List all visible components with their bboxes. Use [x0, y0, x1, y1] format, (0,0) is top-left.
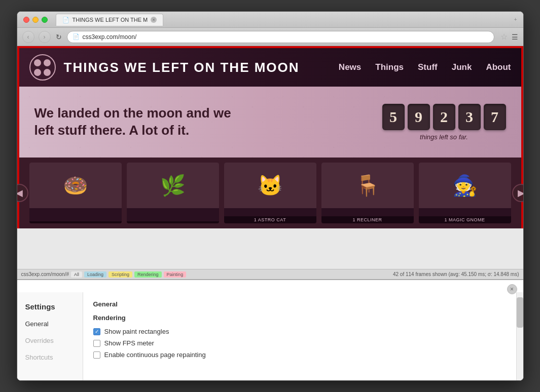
nav-stuff[interactable]: Stuff	[418, 62, 438, 72]
address-url: css3exp.com/moon/	[83, 33, 137, 41]
back-button[interactable]: ‹	[22, 31, 34, 43]
tab-close-button[interactable]: ×	[151, 17, 157, 23]
digit-1: 9	[408, 104, 430, 130]
site-title: THINGS WE LEFT ON THE MOON	[64, 60, 300, 75]
nav-junk[interactable]: Junk	[452, 62, 472, 72]
browser-window: 📄 THINGS WE LEFT ON THE M × + ‹ › ↻ 📄 cs…	[17, 11, 524, 381]
devtools-panel-title: General	[93, 300, 506, 308]
carousel-item-3-img: 🪑	[321, 163, 414, 208]
status-frames: 42 of 114 frames shown (avg: 45.150 ms; …	[393, 271, 519, 277]
tab-area: 📄 THINGS WE LEFT ON THE M ×	[56, 14, 510, 26]
website: THINGS WE LEFT ON THE MOON News Things S…	[17, 46, 523, 269]
checkbox-paint-rectangles[interactable]	[93, 328, 100, 335]
checkbox-continuous-repainting[interactable]	[93, 351, 100, 359]
title-bar: 📄 THINGS WE LEFT ON THE M × +	[17, 12, 523, 28]
site-header: THINGS WE LEFT ON THE MOON News Things S…	[17, 46, 523, 87]
carousel-item-1-label	[127, 221, 219, 223]
devtools-rendering-title: Rendering	[93, 314, 506, 322]
carousel-item-2[interactable]: 🐱 1 ASTRO CAT	[224, 163, 316, 223]
carousel-section: ◀ 🍩 🌿 🐱 1 ASTRO CAT 🪑	[17, 158, 523, 228]
devtools-option-1[interactable]: Show FPS meter	[93, 339, 506, 347]
devtools-scrollbar[interactable]	[516, 292, 523, 380]
address-bar[interactable]: 📄 css3exp.com/moon/	[67, 31, 494, 43]
bookmark-button[interactable]: ☆	[500, 32, 508, 42]
status-seg-painting: Painting	[164, 271, 187, 278]
carousel-item-0[interactable]: 🍩	[29, 163, 122, 223]
toolbar: ‹ › ↻ 📄 css3exp.com/moon/ ☆ ☰	[17, 28, 523, 46]
browser-tab[interactable]: 📄 THINGS WE LEFT ON THE M ×	[56, 14, 164, 26]
hero-banner: We landed on the moon and we left stuff …	[17, 87, 523, 158]
logo-dots	[34, 59, 51, 76]
devtools-main: General Rendering Show paint rectangles …	[83, 292, 516, 380]
devtools-option-0[interactable]: Show paint rectangles	[93, 328, 506, 335]
status-seg-loading: Loading	[84, 271, 106, 278]
devtools-sidebar-title: Settings	[25, 302, 75, 311]
devtools-close-button[interactable]: ×	[507, 284, 517, 294]
carousel-items: 🍩 🌿 🐱 1 ASTRO CAT 🪑 1 RECLINER	[29, 163, 511, 223]
address-lock-icon: 📄	[73, 33, 80, 40]
devtools-sidebar: Settings General Overrides Shortcuts	[17, 292, 83, 380]
logo-dot-3	[34, 69, 41, 76]
logo-dot-1	[34, 59, 41, 66]
status-seg-scripting: Scripting	[109, 271, 132, 278]
option-label-0: Show paint rectangles	[104, 328, 169, 335]
new-tab-button[interactable]: +	[514, 17, 517, 22]
digit-4: 7	[484, 104, 506, 130]
status-segments: All Loading Scripting Rendering Painting	[71, 271, 391, 278]
browser-content: THINGS WE LEFT ON THE MOON News Things S…	[17, 46, 523, 380]
carousel-item-2-label: 1 ASTRO CAT	[224, 216, 316, 223]
carousel-item-0-label	[29, 221, 122, 223]
traffic-lights	[23, 17, 48, 23]
devtools-content: Settings General Overrides Shortcuts Gen…	[17, 292, 523, 380]
scrollbar-thumb[interactable]	[517, 297, 523, 328]
carousel-item-0-img: 🍩	[29, 163, 122, 208]
counter-digits: 5 9 2 3 7	[382, 104, 506, 130]
forward-button[interactable]: ›	[39, 31, 51, 43]
digit-0: 5	[382, 104, 405, 130]
digit-2: 2	[433, 104, 455, 130]
menu-button[interactable]: ☰	[512, 33, 518, 41]
checkbox-fps-meter[interactable]	[93, 340, 100, 347]
devtools-options: Show paint rectangles Show FPS meter Ena…	[93, 328, 506, 359]
counter-label: things left so far.	[420, 133, 468, 141]
devtools-sidebar-overrides[interactable]: Overrides	[25, 337, 75, 344]
status-seg-all: All	[71, 271, 82, 278]
carousel-left-arrow[interactable]: ◀	[17, 184, 28, 202]
status-url: css3exp.com/moon/#	[21, 271, 69, 277]
refresh-button[interactable]: ↻	[56, 33, 62, 41]
carousel-item-4-label: 1 MAGIC GNOME	[419, 216, 511, 223]
carousel-item-4[interactable]: 🧙 1 MAGIC GNOME	[419, 163, 511, 223]
devtools-sidebar-general[interactable]: General	[25, 320, 75, 328]
logo-dot-4	[44, 69, 51, 76]
maximize-traffic-light[interactable]	[42, 17, 48, 23]
hero-text: We landed on the moon and we left stuff …	[34, 105, 237, 139]
devtools-panel: × Settings General Overrides Shortcuts G…	[17, 279, 523, 380]
digit-3: 3	[458, 104, 481, 130]
carousel-item-3-label: 1 RECLINER	[321, 216, 414, 223]
tab-favicon: 📄	[62, 17, 69, 23]
nav-things[interactable]: Things	[375, 62, 404, 72]
minimize-traffic-light[interactable]	[32, 17, 39, 23]
devtools-option-2[interactable]: Enable continuous page repainting	[93, 351, 506, 359]
nav-news[interactable]: News	[339, 62, 361, 72]
carousel-item-3[interactable]: 🪑 1 RECLINER	[321, 163, 414, 223]
status-bar: css3exp.com/moon/# All Loading Scripting…	[17, 269, 523, 279]
carousel-item-2-img: 🐱	[224, 163, 316, 208]
carousel-item-1-img: 🌿	[127, 163, 219, 208]
option-label-2: Enable continuous page repainting	[104, 351, 206, 359]
site-logo	[29, 54, 56, 81]
carousel-item-1[interactable]: 🌿	[127, 163, 219, 223]
close-traffic-light[interactable]	[23, 17, 29, 23]
nav-about[interactable]: About	[486, 62, 511, 72]
devtools-sidebar-shortcuts[interactable]: Shortcuts	[25, 354, 75, 361]
tab-title: THINGS WE LEFT ON THE M	[73, 17, 148, 23]
site-nav: News Things Stuff Junk About	[339, 62, 511, 72]
counter-area: 5 9 2 3 7 things left so far.	[382, 104, 506, 141]
carousel-item-4-img: 🧙	[419, 163, 511, 208]
carousel-right-arrow[interactable]: ▶	[512, 184, 523, 202]
option-label-1: Show FPS meter	[104, 339, 154, 347]
status-seg-rendering: Rendering	[134, 271, 162, 278]
logo-dot-2	[44, 59, 51, 66]
